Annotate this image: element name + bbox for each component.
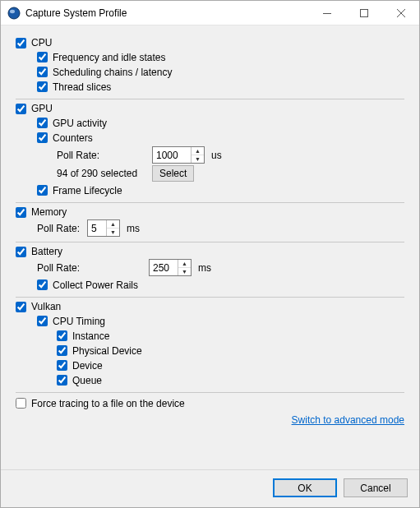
svg-point-0: [8, 7, 20, 19]
maximize-button[interactable]: [345, 1, 382, 25]
svg-point-1: [10, 9, 15, 12]
spinner-up-icon[interactable]: ▲: [178, 260, 191, 268]
section-gpu: GPU GPU activity Counters Poll Rate: ▲▼ …: [16, 103, 404, 197]
gpu-poll-unit: us: [211, 150, 222, 161]
checkbox-sched-chains[interactable]: Scheduling chains / latency: [37, 67, 172, 78]
checkbox-vk-queue[interactable]: Queue: [57, 375, 102, 386]
checkbox-cpu-label: CPU: [31, 37, 52, 48]
checkbox-gpu-label: GPU: [31, 103, 53, 114]
gpu-counters-selected: 94 of 290 selected: [57, 168, 147, 179]
advanced-mode-link[interactable]: Switch to advanced mode: [292, 414, 404, 426]
memory-poll-unit: ms: [127, 223, 140, 234]
divider: [16, 202, 404, 203]
dialog-content: CPU Frequency and idle states Scheduling…: [1, 25, 419, 469]
gpu-poll-input[interactable]: [153, 147, 191, 163]
gpu-poll-spinner[interactable]: ▲▼: [152, 146, 205, 164]
section-memory: Memory Poll Rate: ▲▼ ms: [16, 206, 404, 237]
battery-poll-spinner[interactable]: ▲▼: [149, 259, 192, 276]
checkbox-battery-label: Battery: [31, 246, 62, 257]
checkbox-cpu-timing[interactable]: CPU Timing: [37, 316, 105, 327]
section-vulkan: Vulkan CPU Timing Instance Physical Devi…: [16, 301, 404, 387]
titlebar: Capture System Profile: [1, 1, 419, 25]
checkbox-cpu-input[interactable]: [16, 38, 26, 48]
checkbox-battery[interactable]: Battery: [16, 246, 62, 257]
checkbox-thread-slices[interactable]: Thread slices: [37, 81, 111, 93]
close-button[interactable]: [382, 1, 419, 25]
select-counters-button[interactable]: Select: [152, 165, 194, 182]
battery-poll-label: Poll Rate:: [37, 262, 144, 274]
divider: [16, 99, 404, 99]
divider: [16, 297, 404, 298]
minimize-button[interactable]: [308, 1, 345, 25]
checkbox-vk-device[interactable]: Device: [57, 360, 103, 372]
checkbox-gpu-activity[interactable]: GPU activity: [37, 118, 107, 129]
checkbox-vulkan-label: Vulkan: [31, 301, 61, 312]
spinner-down-icon[interactable]: ▼: [192, 155, 204, 163]
checkbox-memory[interactable]: Memory: [16, 206, 67, 218]
checkbox-force-tracing[interactable]: Force tracing to a file on the device: [16, 398, 185, 409]
battery-poll-input[interactable]: [150, 260, 178, 275]
checkbox-cpu[interactable]: CPU: [16, 37, 52, 48]
spinner-down-icon[interactable]: ▼: [107, 229, 119, 236]
svg-rect-2: [323, 13, 331, 14]
section-cpu: CPU Frequency and idle states Scheduling…: [16, 37, 404, 94]
spinner-down-icon[interactable]: ▼: [178, 268, 191, 275]
checkbox-vk-physical-device[interactable]: Physical Device: [57, 345, 142, 357]
checkbox-frame-lifecycle[interactable]: Frame Lifecycle: [37, 185, 122, 196]
divider: [16, 242, 404, 242]
memory-poll-input[interactable]: [88, 220, 106, 236]
checkbox-power-rails[interactable]: Collect Power Rails: [37, 279, 138, 291]
spinner-up-icon[interactable]: ▲: [107, 220, 119, 229]
window-title: Capture System Profile: [25, 7, 308, 19]
ok-button[interactable]: OK: [273, 478, 337, 497]
battery-poll-unit: ms: [198, 262, 211, 274]
memory-poll-label: Poll Rate:: [37, 223, 82, 234]
dialog-footer: OK Cancel: [1, 469, 419, 507]
checkbox-freq-idle[interactable]: Frequency and idle states: [37, 52, 165, 63]
checkbox-vk-instance[interactable]: Instance: [57, 330, 109, 342]
checkbox-gpu-counters[interactable]: Counters: [37, 132, 93, 144]
cancel-button[interactable]: Cancel: [344, 478, 408, 497]
gpu-poll-label: Poll Rate:: [57, 150, 147, 161]
spinner-up-icon[interactable]: ▲: [192, 147, 204, 155]
svg-rect-3: [360, 9, 367, 16]
memory-poll-spinner[interactable]: ▲▼: [87, 219, 120, 237]
section-battery: Battery Poll Rate: ▲▼ ms Collect Power R…: [16, 246, 404, 292]
checkbox-memory-label: Memory: [31, 206, 67, 218]
checkbox-vulkan[interactable]: Vulkan: [16, 301, 61, 312]
divider: [16, 392, 404, 393]
checkbox-gpu[interactable]: GPU: [16, 103, 53, 114]
app-icon: [7, 7, 21, 20]
